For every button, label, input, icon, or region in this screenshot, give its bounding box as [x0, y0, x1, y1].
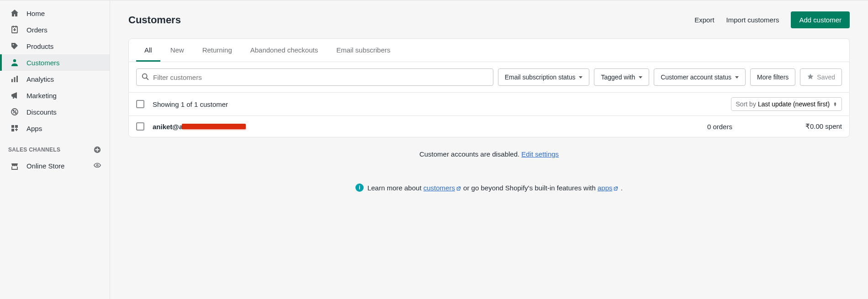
filter-customer-account-status[interactable]: Customer account status — [654, 68, 746, 86]
apps-icon — [10, 124, 19, 133]
channel-label: Online Store — [26, 162, 64, 170]
customer-spent: ₹0.00 spent — [805, 122, 842, 131]
sidebar-item-label: Apps — [26, 125, 42, 132]
sidebar-item-label: Home — [26, 10, 45, 17]
svg-point-7 — [13, 110, 14, 111]
sidebar-item-label: Discounts — [26, 108, 57, 116]
external-link-icon — [613, 186, 619, 191]
redacted-text — [182, 124, 246, 129]
svg-rect-4 — [14, 77, 16, 82]
add-channel-button[interactable] — [93, 146, 101, 154]
apps-help-link[interactable]: apps — [598, 184, 619, 192]
analytics-icon — [10, 74, 19, 84]
page-title: Customers — [128, 14, 181, 26]
svg-rect-11 — [11, 129, 14, 131]
orders-icon — [10, 25, 19, 34]
sidebar: Home Orders Products Customers Analytics — [0, 0, 110, 299]
edit-settings-link[interactable]: Edit settings — [521, 150, 559, 158]
products-icon — [10, 42, 19, 51]
store-icon — [10, 162, 19, 171]
svg-point-8 — [16, 113, 16, 114]
saved-filters-button[interactable]: Saved — [800, 68, 842, 86]
export-link[interactable]: Export — [694, 16, 714, 24]
more-filters-button[interactable]: More filters — [750, 68, 795, 86]
svg-rect-10 — [15, 125, 18, 128]
results-count: Showing 1 of 1 customer — [153, 100, 228, 108]
search-input-wrap[interactable] — [136, 68, 493, 86]
tab-abandoned-checkouts[interactable]: Abandoned checkouts — [242, 39, 326, 62]
sort-button[interactable]: Sort by Last update (newest first) ▲▼ — [731, 97, 842, 111]
caret-down-icon — [735, 76, 739, 79]
svg-rect-3 — [11, 79, 13, 82]
sidebar-channel-online-store[interactable]: Online Store — [0, 157, 110, 174]
sidebar-item-label: Analytics — [26, 75, 54, 83]
row-checkbox[interactable] — [136, 122, 144, 131]
sort-arrows-icon: ▲▼ — [833, 102, 837, 106]
sidebar-item-marketing[interactable]: Marketing — [0, 87, 110, 104]
tab-returning[interactable]: Returning — [194, 39, 240, 62]
sidebar-item-label: Products — [26, 42, 53, 50]
sidebar-item-label: Customers — [26, 59, 60, 67]
accounts-disabled-notice: Customer accounts are disabled. Edit set… — [128, 150, 850, 158]
sidebar-item-products[interactable]: Products — [0, 38, 110, 54]
sales-channels-header: SALES CHANNELS — [8, 147, 60, 153]
learn-more-row: i Learn more about customers or go beyon… — [128, 184, 850, 192]
sidebar-item-orders[interactable]: Orders — [0, 21, 110, 38]
external-link-icon — [456, 186, 461, 191]
table-row[interactable]: aniket@a 0 orders ₹0.00 spent — [129, 115, 849, 137]
select-all-checkbox[interactable] — [136, 100, 144, 108]
customer-orders: 0 orders — [707, 123, 732, 131]
customer-name: aniket@a — [153, 123, 246, 131]
tab-email-subscribers[interactable]: Email subscribers — [328, 39, 398, 62]
caret-down-icon — [579, 76, 582, 79]
sidebar-item-discounts[interactable]: Discounts — [0, 104, 110, 120]
discounts-icon — [10, 107, 19, 116]
sidebar-item-label: Orders — [26, 26, 48, 34]
main-content: Customers Export Import customers Add cu… — [110, 0, 868, 299]
import-customers-link[interactable]: Import customers — [726, 16, 779, 24]
svg-rect-9 — [11, 125, 14, 128]
home-icon — [10, 9, 19, 18]
customers-help-link[interactable]: customers — [423, 184, 461, 192]
add-customer-button[interactable]: Add customer — [791, 11, 850, 28]
sidebar-item-apps[interactable]: Apps — [0, 120, 110, 136]
search-icon — [141, 73, 149, 82]
svg-point-2 — [13, 59, 16, 62]
sidebar-item-home[interactable]: Home — [0, 5, 110, 21]
customers-icon — [10, 58, 19, 67]
marketing-icon — [10, 91, 19, 100]
svg-rect-5 — [16, 76, 18, 82]
star-icon — [807, 73, 814, 82]
sidebar-item-customers[interactable]: Customers — [0, 54, 110, 71]
svg-point-13 — [96, 164, 98, 166]
info-icon: i — [355, 184, 364, 192]
tabs: All New Returning Abandoned checkouts Em… — [129, 39, 849, 62]
customers-card: All New Returning Abandoned checkouts Em… — [128, 38, 850, 137]
tab-new[interactable]: New — [162, 39, 192, 62]
search-input[interactable] — [153, 73, 488, 81]
caret-down-icon — [639, 76, 642, 79]
filter-email-subscription-status[interactable]: Email subscription status — [498, 68, 590, 86]
filter-tagged-with[interactable]: Tagged with — [594, 68, 649, 86]
tab-all[interactable]: All — [136, 39, 160, 62]
sidebar-item-analytics[interactable]: Analytics — [0, 71, 110, 87]
sidebar-item-label: Marketing — [26, 92, 57, 100]
svg-point-1 — [13, 44, 14, 46]
view-store-icon[interactable] — [93, 161, 101, 171]
